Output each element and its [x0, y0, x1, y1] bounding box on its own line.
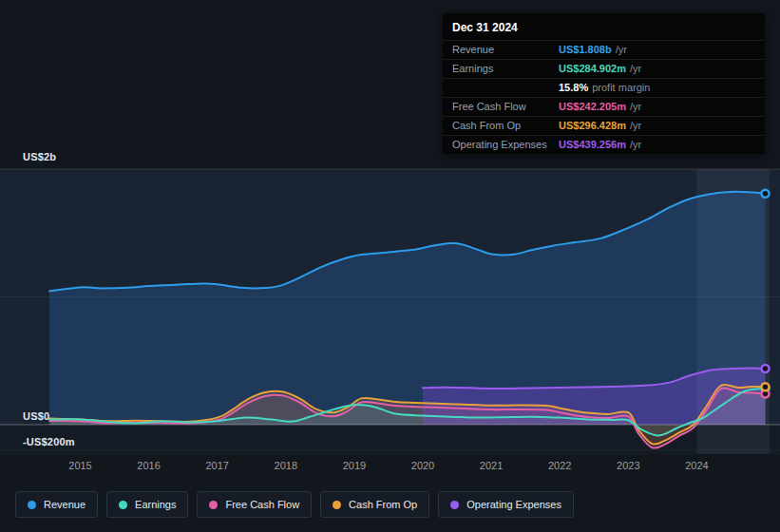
tooltip-suffix: profit margin	[592, 82, 650, 93]
tooltip-label: Cash From Op	[452, 120, 559, 131]
legend-item-revenue[interactable]: Revenue	[15, 491, 98, 518]
tooltip-suffix: /yr	[630, 63, 641, 74]
tooltip-value: US$284.902m	[559, 63, 626, 74]
tooltip-label: Earnings	[452, 63, 559, 74]
x-axis-year-label: 2020	[411, 460, 434, 471]
x-axis-year-label: 2019	[343, 460, 366, 471]
legend-label: Revenue	[44, 499, 86, 510]
legend-label: Cash From Op	[349, 499, 417, 510]
tooltip-row-revenue: Revenue US$1.808b /yr	[443, 40, 765, 59]
tooltip-label: Revenue	[452, 44, 559, 55]
tooltip-label: Free Cash Flow	[452, 101, 559, 112]
tooltip-suffix: /yr	[630, 139, 641, 150]
tooltip-row-operating-expenses: Operating Expenses US$439.256m /yr	[443, 135, 765, 154]
x-axis-year-label: 2016	[137, 460, 160, 471]
legend-item-operating-expenses[interactable]: Operating Expenses	[438, 491, 574, 518]
tooltip-date: Dec 31 2024	[443, 13, 765, 40]
x-axis-year-label: 2017	[205, 460, 228, 471]
x-axis-year-label: 2024	[685, 460, 708, 471]
chart-tooltip: Dec 31 2024 Revenue US$1.808b /yr Earnin…	[443, 13, 765, 154]
operating-expenses-dot-icon	[450, 501, 459, 509]
legend-label: Operating Expenses	[466, 499, 561, 510]
tooltip-suffix: /yr	[630, 120, 641, 131]
y-axis-label-2b: US$2b	[23, 151, 56, 162]
tooltip-value: US$242.205m	[559, 101, 626, 112]
legend-item-cash-from-op[interactable]: Cash From Op	[320, 491, 429, 518]
tooltip-value: US$296.428m	[559, 120, 626, 131]
x-axis-year-label: 2023	[617, 460, 639, 471]
y-axis-label-zero: US$0	[23, 410, 49, 422]
earnings-dot-icon	[119, 501, 127, 509]
legend-item-earnings[interactable]: Earnings	[106, 491, 188, 518]
revenue-dot-icon	[28, 501, 36, 509]
tooltip-row-cash-from-op: Cash From Op US$296.428m /yr	[443, 116, 765, 135]
cash-from-op-dot-icon	[333, 501, 341, 509]
legend-item-free-cash-flow[interactable]: Free Cash Flow	[197, 491, 312, 518]
legend-label: Free Cash Flow	[225, 499, 299, 510]
free-cash-flow-dot-icon	[209, 501, 218, 509]
tooltip-label: Operating Expenses	[452, 139, 559, 150]
tooltip-suffix: /yr	[616, 44, 627, 55]
legend-label: Earnings	[135, 499, 176, 510]
chart-legend: Revenue Earnings Free Cash Flow Cash Fro…	[15, 491, 574, 518]
tooltip-suffix: /yr	[630, 101, 641, 112]
tooltip-value: 15.8%	[559, 82, 588, 93]
tooltip-value: US$1.808b	[559, 44, 612, 55]
tooltip-value: US$439.256m	[559, 139, 626, 150]
x-axis-year-label: 2022	[548, 460, 571, 471]
tooltip-row-free-cash-flow: Free Cash Flow US$242.205m /yr	[443, 97, 765, 116]
tooltip-row-earnings: Earnings US$284.902m /yr	[443, 59, 765, 78]
y-axis-label-neg200: -US$200m	[23, 436, 75, 447]
stock-financials-chart-panel: US$2b US$0 -US$200m 20152016201720182019…	[0, 0, 780, 532]
x-axis-year-label: 2021	[480, 460, 503, 471]
tooltip-row-profit-margin: 15.8% profit margin	[443, 78, 765, 97]
x-axis-year-label: 2015	[68, 460, 91, 471]
x-axis-year-label: 2018	[275, 460, 297, 471]
